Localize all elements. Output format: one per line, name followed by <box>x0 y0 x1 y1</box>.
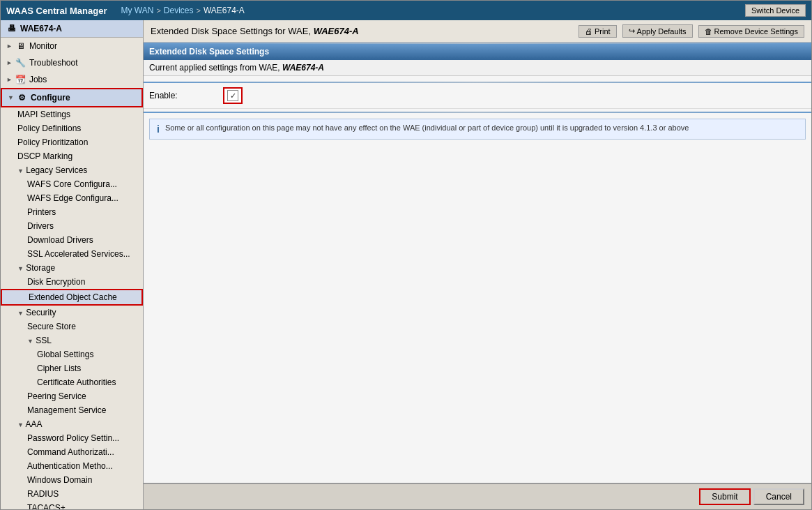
apply-defaults-button[interactable]: ↪ Apply Defaults <box>622 24 693 38</box>
info-box: i Some or all configuration on this page… <box>149 119 806 140</box>
sidebar-sub-ssl-accel[interactable]: SSL Accelerated Services... <box>1 247 143 261</box>
sidebar-sub-mgmt-service[interactable]: Management Service <box>1 403 143 417</box>
info-message: Some or all configuration on this page m… <box>165 123 689 132</box>
breadcrumb-devices[interactable]: Devices <box>164 6 194 15</box>
sidebar-sub-legacy-services[interactable]: ▼ Legacy Services <box>1 163 143 177</box>
bottom-bar: Submit Cancel <box>144 483 811 509</box>
sidebar-item-monitor[interactable]: ► 🖥 Monitor <box>1 38 143 54</box>
sidebar-item-configure[interactable]: ▼ ⚙ Configure <box>1 88 143 107</box>
top-bar: WAAS Central Manager My WAN > Devices > … <box>1 1 811 20</box>
sidebar-sub-storage[interactable]: ▼ Storage <box>1 261 143 275</box>
sidebar-item-jobs[interactable]: ► 📆 Jobs <box>1 71 143 88</box>
breadcrumb-mwan[interactable]: My WAN <box>121 6 153 15</box>
sidebar-sub-cmd-auth[interactable]: Command Authorizati... <box>1 445 143 459</box>
breadcrumb: My WAN > Devices > WAE674-A <box>121 6 744 15</box>
checkmark-icon: ✓ <box>230 91 236 100</box>
enable-label: Enable: <box>149 91 205 100</box>
sidebar-sub-dscp[interactable]: DSCP Marking <box>1 149 143 163</box>
info-icon: i <box>157 123 160 135</box>
sidebar-sub-security[interactable]: ▼ Security <box>1 306 143 320</box>
sidebar-sub-tacacs[interactable]: TACACS+ <box>1 501 143 509</box>
remove-device-settings-button[interactable]: 🗑 Remove Device Settings <box>698 25 804 38</box>
current-settings-bar: Current applied settings from WAE, WAE67… <box>144 60 811 76</box>
app-title: WAAS Central Manager <box>6 6 107 16</box>
device-icon: 🖶 <box>6 23 17 34</box>
enable-checkbox[interactable]: ✓ <box>227 90 238 101</box>
sidebar-item-wae674a[interactable]: 🖶 WAE674-A <box>1 20 143 38</box>
sidebar-sub-auth-method[interactable]: Authentication Metho... <box>1 459 143 473</box>
print-button[interactable]: 🖨 Print <box>579 25 617 38</box>
apply-icon: ↪ <box>629 27 635 36</box>
sidebar-sub-cert-authorities[interactable]: Certificate Authorities <box>1 375 143 389</box>
printer-icon: 🖨 <box>585 27 592 36</box>
monitor-icon: 🖥 <box>15 40 26 52</box>
sidebar-sub-mapi[interactable]: MAPI Settings <box>1 107 143 121</box>
sidebar-sub-radius[interactable]: RADIUS <box>1 487 143 501</box>
section-header: Extended Disk Space Settings <box>144 44 811 60</box>
sidebar-top-label: WAE674-A <box>20 24 62 33</box>
sidebar-sub-wafs-core[interactable]: WAFS Core Configura... <box>1 177 143 191</box>
content-header: Extended Disk Space Settings for WAE, WA… <box>144 20 811 43</box>
sidebar-sub-download-drivers[interactable]: Download Drivers <box>1 233 143 247</box>
trash-icon: 🗑 <box>705 27 712 36</box>
switch-device-button[interactable]: Switch Device <box>745 4 806 17</box>
sidebar-item-troubleshoot[interactable]: ► 🔧 Troubleshoot <box>1 54 143 71</box>
sidebar-sub-global-settings[interactable]: Global Settings <box>1 347 143 361</box>
sidebar-sub-aaa[interactable]: ▼ AAA <box>1 417 143 431</box>
enable-checkbox-wrapper[interactable]: ✓ <box>223 87 243 104</box>
sidebar-sub-printers[interactable]: Printers <box>1 205 143 219</box>
jobs-icon: 📆 <box>15 74 26 85</box>
sidebar-sub-password-policy[interactable]: Password Policy Settin... <box>1 431 143 445</box>
sidebar-label-jobs: Jobs <box>29 75 47 84</box>
sidebar-sub-policy-def[interactable]: Policy Definitions <box>1 121 143 135</box>
enable-row: Enable: ✓ <box>144 83 811 109</box>
divider3 <box>144 112 811 113</box>
sidebar-sub-cipher-lists[interactable]: Cipher Lists <box>1 361 143 375</box>
sidebar-sub-secure-store[interactable]: Secure Store <box>1 320 143 333</box>
sidebar-sub-extended-object-cache[interactable]: Extended Object Cache <box>1 289 143 306</box>
sidebar-sub-wafs-edge[interactable]: WAFS Edge Configura... <box>1 191 143 205</box>
sidebar-label-troubleshoot: Troubleshoot <box>29 58 78 68</box>
spacer <box>144 145 811 483</box>
cancel-button[interactable]: Cancel <box>753 488 804 505</box>
sidebar-sub-ssl[interactable]: ▼ SSL <box>1 333 143 347</box>
submit-button[interactable]: Submit <box>699 488 750 505</box>
troubleshoot-icon: 🔧 <box>15 57 26 68</box>
configure-icon: ⚙ <box>17 92 28 103</box>
content-area: Extended Disk Space Settings for WAE, WA… <box>144 20 811 509</box>
sidebar-sub-windows-domain[interactable]: Windows Domain <box>1 473 143 487</box>
sidebar-sub-policy-prio[interactable]: Policy Prioritization <box>1 135 143 149</box>
sidebar-label-configure: Configure <box>31 93 70 103</box>
page-title: Extended Disk Space Settings for WAE, WA… <box>151 26 359 36</box>
sidebar-sub-peering-service[interactable]: Peering Service <box>1 389 143 403</box>
breadcrumb-current: WAE674-A <box>204 6 245 15</box>
sidebar-label-monitor: Monitor <box>29 41 57 51</box>
sidebar-sub-disk-encryption[interactable]: Disk Encryption <box>1 275 143 289</box>
sidebar: 🖶 WAE674-A ► 🖥 Monitor ► 🔧 Troubleshoot … <box>1 20 144 509</box>
sidebar-sub-drivers[interactable]: Drivers <box>1 219 143 233</box>
